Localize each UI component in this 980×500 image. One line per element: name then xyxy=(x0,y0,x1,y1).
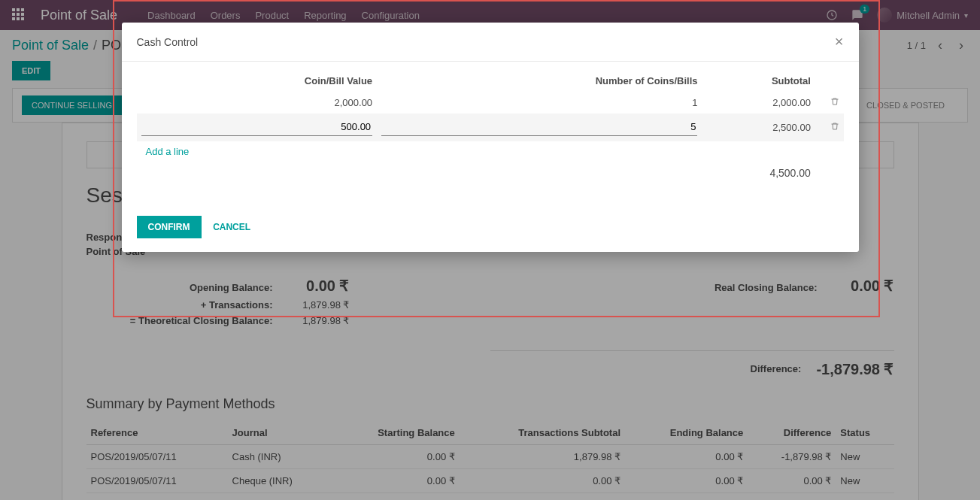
col-subtotal: Subtotal xyxy=(702,69,815,92)
cash-control-modal: Cash Control × Coin/Bill Value Number of… xyxy=(122,23,859,252)
col-coin-count: Number of Coins/Bills xyxy=(377,69,702,92)
delete-row-button[interactable] xyxy=(830,97,839,106)
modal-title: Cash Control xyxy=(137,36,199,48)
coin-subtotal: 2,500.00 xyxy=(702,114,815,141)
cancel-button[interactable]: CANCEL xyxy=(213,222,250,232)
modal-backdrop[interactable]: Cash Control × Coin/Bill Value Number of… xyxy=(0,0,980,500)
confirm-button[interactable]: CONFIRM xyxy=(137,216,202,238)
col-coin-value: Coin/Bill Value xyxy=(137,69,378,92)
delete-row-button[interactable] xyxy=(830,122,839,131)
coin-value[interactable]: 2,000.00 xyxy=(137,92,378,114)
cash-row: 2,000.00 1 2,000.00 xyxy=(137,92,844,114)
cash-row: 2,500.00 xyxy=(137,114,844,141)
coin-count-input[interactable] xyxy=(381,118,697,136)
close-icon[interactable]: × xyxy=(835,33,844,50)
coin-count[interactable]: 1 xyxy=(377,92,702,114)
cash-table: Coin/Bill Value Number of Coins/Bills Su… xyxy=(137,69,844,184)
coin-subtotal: 2,000.00 xyxy=(702,92,815,114)
cash-total: 4,500.00 xyxy=(702,162,815,184)
add-line-link[interactable]: Add a line xyxy=(141,141,194,162)
coin-value-input[interactable] xyxy=(141,118,373,136)
